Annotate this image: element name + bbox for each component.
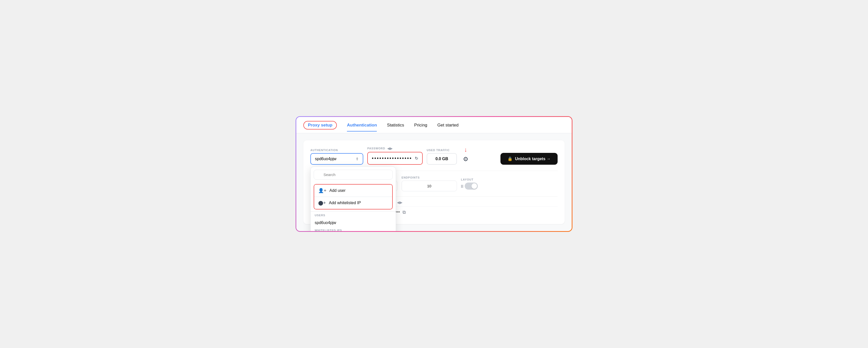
endpoints-label: ENDPOINTS [402, 176, 457, 179]
main-content: AUTHENTICATION spd6uo4pjw ⇧ PASSWORD ◀▶ … [296, 133, 572, 231]
endpoints-field: ENDPOINTS [402, 176, 457, 192]
search-input-wrap: 🔍 [314, 170, 393, 179]
layout-field: LAYOUT ||| [461, 178, 478, 189]
columns-icon: ||| [461, 184, 463, 188]
password-dots: •••••••••••••••• [372, 155, 412, 161]
toggle-knob [471, 183, 477, 189]
users-section-label: USERS [311, 213, 396, 218]
traffic-label: USED TRAFFIC [427, 149, 457, 152]
auth-label: AUTHENTICATION [310, 149, 363, 152]
tab-get-started[interactable]: Get started [437, 123, 458, 131]
add-ip-item[interactable]: ⬤+ Add whitelisted IP [314, 197, 392, 209]
fields-row: AUTHENTICATION spd6uo4pjw ⇧ PASSWORD ◀▶ … [310, 146, 558, 165]
divider [311, 211, 396, 212]
tab-pricing[interactable]: Pricing [414, 123, 427, 131]
eye-slash-icon: ◀▶ [387, 146, 393, 150]
auth-field-group: AUTHENTICATION spd6uo4pjw ⇧ [310, 149, 363, 165]
search-wrap: 🔍 [311, 170, 396, 182]
password-label: PASSWORD [367, 147, 385, 150]
lock-icon: 🔒 [507, 156, 513, 161]
user-item-spd6uo4pjw[interactable]: spd6uo4pjw [311, 218, 396, 228]
refresh-icon[interactable]: ↻ [415, 156, 418, 161]
col-password-header: PASSWORD ◀▶ [378, 201, 556, 204]
user-plus-icon: 👤+ [318, 188, 327, 194]
unblock-label: Unblock targets → [515, 156, 551, 161]
toggle-switch[interactable] [465, 182, 478, 189]
cell-password: *************** ⧉ [378, 210, 556, 215]
add-ip-label: Add whitelisted IP [329, 201, 361, 205]
traffic-value: 0.0 GB [427, 153, 457, 165]
tab-statistics[interactable]: Statistics [387, 123, 404, 131]
password-field-group: PASSWORD ◀▶ •••••••••••••••• ↻ [367, 146, 423, 165]
copy-icon[interactable]: ⧉ [403, 210, 406, 215]
arrow-down-icon: ↓ [464, 147, 467, 152]
card: AUTHENTICATION spd6uo4pjw ⇧ PASSWORD ◀▶ … [303, 140, 565, 224]
action-group: 👤+ Add user ⬤+ Add whitelisted IP [314, 184, 393, 209]
unblock-targets-button[interactable]: 🔒 Unblock targets → [500, 153, 558, 165]
auth-input[interactable]: spd6uo4pjw ⇧ [310, 153, 363, 165]
layout-toggle[interactable]: ||| [461, 182, 478, 189]
whitelisted-section-label: WHITELISTED IPS [311, 228, 396, 232]
nav-bar: Proxy setup Authentication Statistics Pr… [296, 117, 572, 133]
auth-dropdown: 🔍 👤+ Add user ⬤+ Add whitelisted IP [310, 167, 396, 232]
gear-button[interactable]: ⚙ [461, 153, 470, 165]
settings-col: ↓ ⚙ [461, 147, 470, 165]
password-eye-icon: ◀▶ [397, 201, 403, 204]
location-plus-icon: ⬤+ [318, 200, 326, 206]
password-input[interactable]: •••••••••••••••• ↻ [367, 152, 423, 165]
add-user-item[interactable]: 👤+ Add user [314, 184, 392, 197]
auth-value: spd6uo4pjw [315, 156, 336, 161]
tab-proxy-setup[interactable]: Proxy setup [303, 121, 337, 130]
endpoints-input[interactable] [402, 180, 457, 192]
tab-authentication[interactable]: Authentication [347, 123, 377, 131]
add-user-label: Add user [330, 188, 346, 193]
search-input[interactable] [314, 170, 393, 179]
layout-label: LAYOUT [461, 178, 478, 181]
chevron-up-icon: ⇧ [356, 157, 359, 161]
traffic-field-group: USED TRAFFIC 0.0 GB [427, 149, 457, 165]
